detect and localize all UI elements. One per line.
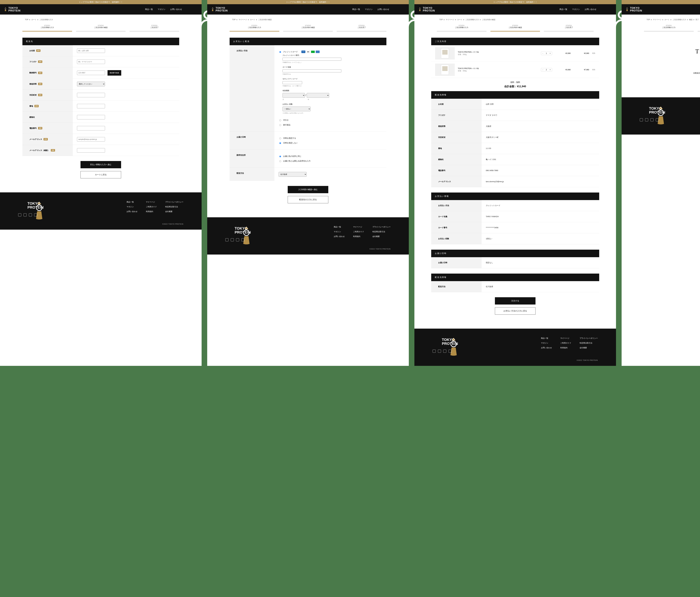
delete-button[interactable]: 削除	[592, 52, 595, 54]
nav-products[interactable]: 商品一覧	[145, 8, 153, 10]
payment-title: お支払いと配送	[230, 38, 386, 45]
instagram-icon[interactable]	[29, 214, 32, 217]
promo-banner: トッププロが愛用！初めての方限定で、送料無料！！	[207, 0, 409, 4]
breadcrumb: TOP▸カート▸ご注文情報の入力	[0, 15, 202, 21]
footer: TOKYOPROTEIN 商品一覧マガジンお問い合わせ マイページご利用ガイド利…	[0, 192, 202, 230]
ship-select[interactable]: 佐川急便	[279, 172, 307, 177]
tel-input[interactable]	[77, 126, 105, 130]
zip-input[interactable]	[77, 71, 105, 75]
nav-contact[interactable]: お問い合わせ	[170, 8, 182, 10]
cvv-input[interactable]	[282, 81, 302, 84]
zip-search-button[interactable]: 郵便番号検索	[107, 70, 121, 76]
pay-bank-radio[interactable]: 銀行振込	[279, 123, 382, 127]
mail-input[interactable]	[77, 137, 105, 142]
thank-you-heading: THANK YOU！！	[622, 47, 700, 55]
cart-item: TOKYO PROTEIN バナナ味容量：500g -2+ ¥3,980¥7,9…	[431, 61, 599, 78]
step-2: STEP02ご注文内容の確認	[76, 25, 126, 31]
line-icon[interactable]	[34, 214, 37, 217]
qty-stepper[interactable]: -1+	[541, 52, 552, 55]
addr-input[interactable]	[77, 104, 105, 108]
bldg-input[interactable]	[77, 115, 105, 119]
dtime-spec-radio[interactable]: 日時を指定する	[279, 136, 382, 141]
dtime-none-radio[interactable]: 日時を指定しない	[279, 141, 382, 145]
bill-same-radio[interactable]: お届け先の住所と同じ	[279, 154, 382, 159]
name-input[interactable]	[77, 48, 105, 53]
exp-year-select[interactable]	[307, 93, 329, 98]
cardno-input[interactable]	[282, 58, 341, 60]
promo-banner: トッププロが愛用！初めての方限定で、送料無料！！	[0, 0, 202, 4]
step-1: STEP01ご注文情報の入力	[22, 25, 72, 31]
times-select[interactable]: 一括払い	[282, 106, 310, 111]
cardname-input[interactable]	[282, 70, 341, 72]
exp-month-select[interactable]	[282, 93, 305, 98]
back-pay-button[interactable]: お支払い方法の入力に戻る	[495, 307, 535, 315]
brand-logo[interactable]: TOKYOPROTEIN	[4, 7, 21, 12]
shipping-title: 配送先	[22, 38, 179, 45]
facebook-icon[interactable]	[24, 214, 27, 217]
pay-cod-radio[interactable]: 代引き	[279, 118, 382, 123]
cart-icon[interactable]	[402, 8, 405, 11]
back-cart-button[interactable]: カートに戻る	[80, 171, 121, 178]
pref-select[interactable]: 選択してください	[77, 82, 105, 86]
mail2-input[interactable]	[77, 148, 105, 153]
to-confirm-button[interactable]: 入力内容の確認へ進む	[288, 186, 328, 193]
kana-input[interactable]	[77, 59, 105, 64]
step-3: STEP03ご注文完了	[129, 25, 179, 31]
thumb-icon	[435, 47, 455, 59]
user-icon[interactable]	[394, 8, 397, 11]
order-button[interactable]: 注文する	[495, 297, 535, 304]
user-icon[interactable]	[187, 8, 190, 11]
cart-icon[interactable]	[195, 8, 198, 11]
header: TOKYOPROTEIN 商品一覧 マガジン お問い合わせ	[0, 4, 202, 15]
cart-item: TOKYO PROTEIN バナナ味容量：500g -1+ ¥3,980¥3,9…	[431, 45, 599, 61]
brand-logo[interactable]: TOKYOPROTEIN	[211, 7, 228, 12]
bill-other-radio[interactable]: お届け先とは異なる請求先を入力	[279, 159, 382, 164]
back-ship-button[interactable]: 配送先の入力に戻る	[288, 196, 328, 203]
city-input[interactable]	[77, 93, 105, 97]
twitter-icon[interactable]	[18, 214, 21, 217]
pay-credit-radio[interactable]: クレジットカードVISA●●	[279, 49, 382, 54]
to-payment-button[interactable]: 支払い情報の入力へ進む	[80, 161, 121, 168]
copyright: ©2022 TOKYO PROTEIN	[18, 223, 183, 225]
nav-magazine[interactable]: マガジン	[158, 8, 166, 10]
